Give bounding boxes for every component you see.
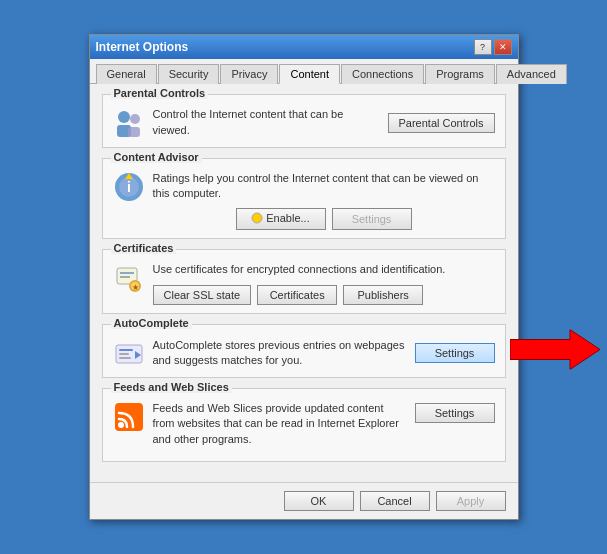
svg-text:i: i: [127, 179, 131, 195]
svg-rect-16: [119, 349, 133, 351]
certificates-section: Certificates ★ Use certificates: [102, 249, 506, 314]
bottom-bar: OK Cancel Apply: [90, 482, 518, 519]
content-advisor-text: Ratings help you control the Internet co…: [153, 171, 495, 202]
certificates-title: Certificates: [111, 242, 177, 254]
svg-rect-10: [120, 272, 134, 274]
parental-controls-text: Control the Internet content that can be…: [153, 107, 380, 138]
publishers-button[interactable]: Publishers: [343, 285, 423, 305]
ok-button[interactable]: OK: [284, 491, 354, 511]
advisor-icon: i: [113, 171, 145, 203]
autocomplete-text: AutoComplete stores previous entries on …: [153, 338, 407, 369]
feeds-title: Feeds and Web Slices: [111, 381, 232, 393]
clear-ssl-button[interactable]: Clear SSL state: [153, 285, 252, 305]
certificates-text: Use certificates for encrypted connectio…: [153, 262, 495, 277]
autocomplete-title: AutoComplete: [111, 317, 192, 329]
parental-controls-button[interactable]: Parental Controls: [388, 113, 495, 133]
autocomplete-icon: [113, 337, 145, 369]
feeds-icon: [113, 401, 145, 433]
feeds-text: Feeds and Web Slices provide updated con…: [153, 401, 407, 447]
svg-point-0: [118, 111, 130, 123]
advisor-settings-button[interactable]: Settings: [332, 208, 412, 230]
enable-button[interactable]: Enable...: [236, 208, 326, 230]
internet-options-window: Internet Options ? ✕ General Security Pr…: [89, 34, 519, 520]
autocomplete-settings-button[interactable]: Settings: [415, 343, 495, 363]
parental-controls-section: Parental Controls Control the Internet c…: [102, 94, 506, 148]
tab-programs[interactable]: Programs: [425, 64, 495, 84]
tab-general[interactable]: General: [96, 64, 157, 84]
tab-advanced[interactable]: Advanced: [496, 64, 567, 84]
certificate-icon: ★: [113, 262, 145, 294]
feeds-body: Feeds and Web Slices provide updated con…: [113, 401, 495, 453]
cancel-button[interactable]: Cancel: [360, 491, 430, 511]
tab-connections[interactable]: Connections: [341, 64, 424, 84]
tab-content[interactable]: Content: [279, 64, 340, 84]
apply-button[interactable]: Apply: [436, 491, 506, 511]
feeds-section: Feeds and Web Slices Feeds and Web Slice…: [102, 388, 506, 462]
svg-rect-11: [120, 276, 130, 278]
svg-point-22: [118, 422, 124, 428]
feeds-settings-button[interactable]: Settings: [415, 403, 495, 423]
svg-point-1: [130, 114, 140, 124]
parental-controls-body: Control the Internet content that can be…: [113, 107, 495, 139]
svg-marker-20: [510, 330, 600, 370]
svg-point-8: [252, 213, 262, 223]
help-button[interactable]: ?: [474, 39, 492, 55]
certificates-button[interactable]: Certificates: [257, 285, 337, 305]
autocomplete-section: AutoComplete AutoComplete stores previou…: [102, 324, 506, 378]
close-button[interactable]: ✕: [494, 39, 512, 55]
svg-rect-18: [119, 357, 131, 359]
title-bar-buttons: ? ✕: [474, 39, 512, 55]
tab-security[interactable]: Security: [158, 64, 220, 84]
content-advisor-title: Content Advisor: [111, 151, 202, 163]
autocomplete-body: AutoComplete stores previous entries on …: [113, 337, 495, 369]
red-arrow-indicator: [510, 330, 600, 373]
svg-text:★: ★: [131, 283, 138, 292]
window-title: Internet Options: [96, 40, 189, 54]
tab-privacy[interactable]: Privacy: [220, 64, 278, 84]
tab-content-panel: Parental Controls Control the Internet c…: [90, 84, 518, 482]
parental-controls-title: Parental Controls: [111, 87, 209, 99]
tabs-bar: General Security Privacy Content Connect…: [90, 59, 518, 84]
parental-icon: [113, 107, 145, 139]
svg-rect-17: [119, 353, 129, 355]
certificates-buttons: Clear SSL state Certificates Publishers: [153, 285, 495, 305]
title-bar: Internet Options ? ✕: [90, 35, 518, 59]
advisor-buttons: Enable... Settings: [153, 208, 495, 230]
content-advisor-section: Content Advisor i Ratings help you contr…: [102, 158, 506, 239]
svg-rect-3: [128, 127, 140, 137]
